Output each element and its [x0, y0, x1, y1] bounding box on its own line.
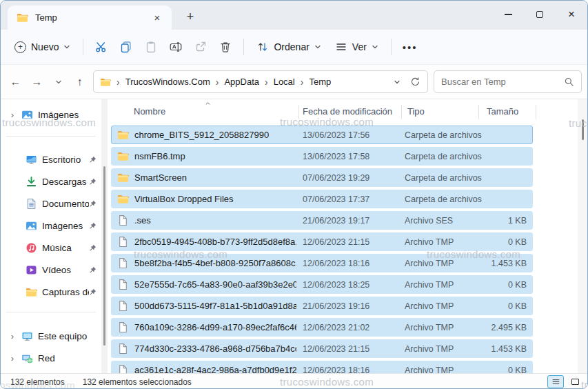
back-button[interactable]: ←	[5, 71, 26, 92]
navigation-bar: ← → ↑ › TrucosWindows.Com › AppData › Lo…	[1, 65, 587, 99]
file-type: Carpeta de archivos	[405, 173, 482, 183]
address-dropdown-chevron-icon[interactable]	[394, 79, 401, 86]
sidebar-item-label: Capturas de p	[42, 287, 89, 297]
folder-icon	[26, 286, 37, 298]
sidebar-item-descargas[interactable]: Descargas	[1, 171, 101, 192]
file-date: 13/06/2023 17:58	[303, 152, 369, 161]
tab-close-icon[interactable]: ×	[150, 10, 165, 26]
file-icon	[117, 300, 129, 312]
table-row[interactable]: 500dd673-5115-49f7-81a1-5b1d0a91d8a5... …	[111, 297, 533, 315]
address-bar[interactable]: › TrucosWindows.Com › AppData › Local › …	[93, 70, 428, 93]
file-name: SmartScreen	[134, 172, 187, 183]
file-name: VirtualBox Dropped Files	[134, 194, 234, 204]
file-size: 0 KB	[508, 280, 527, 290]
sidebar-item-videos[interactable]: Vídeos	[1, 259, 101, 280]
minimize-button[interactable]	[492, 1, 524, 28]
search-input[interactable]	[441, 77, 564, 87]
table-row[interactable]: 774d330c-2333-4786-a968-d756ba7b4cca... …	[111, 339, 533, 358]
large-icons-view-button[interactable]	[567, 375, 583, 388]
file-name: 500dd673-5115-49f7-81a1-5b1d0a91d8a5...	[134, 301, 296, 311]
file-name: 774d330c-2333-4786-a968-d756ba7b4cca...	[134, 343, 296, 354]
table-row[interactable]: 2fbc0519-4945-408b-b773-9ff2d5d8ef8a.t..…	[111, 232, 533, 251]
maximize-icon	[536, 11, 543, 18]
sidebar: › Imágenes Escritorio Descargas Document…	[1, 99, 101, 373]
file-type: Archivo TMP	[405, 344, 454, 354]
ordenar-button[interactable]: Ordenar	[250, 37, 327, 57]
sidebar-item-documentos[interactable]: Documentos	[1, 193, 101, 214]
recent-locations-button[interactable]	[48, 71, 69, 92]
file-date: 21/06/2023 19:16	[303, 301, 369, 311]
sidebar-scrollbar[interactable]	[101, 99, 108, 373]
sidebar-item-escritorio[interactable]: Escritorio	[1, 149, 101, 170]
file-type: Archivo TMP	[405, 259, 454, 268]
expander-chevron-icon[interactable]: ›	[6, 110, 19, 120]
table-row[interactable]: 760a109c-3286-4d99-a170-89ec2faf6c46.t..…	[111, 318, 533, 337]
close-button[interactable]: ×	[556, 1, 587, 28]
copy-button[interactable]	[114, 35, 139, 59]
sidebar-item-label: Imágenes	[38, 110, 101, 120]
table-row[interactable]: chrome_BITS_5912_2058827990 13/06/2023 1…	[111, 126, 533, 144]
sidebar-item-capturas[interactable]: Capturas de p	[1, 281, 101, 302]
table-row[interactable]: 5be8f2ba-f4b5-4bef-b808-9250f7a8608c.t..…	[111, 254, 533, 272]
sidebar-item-imagenes[interactable]: Imágenes	[1, 215, 101, 236]
share-icon	[194, 41, 207, 53]
table-row[interactable]: SmartScreen 07/06/2023 19:29 Carpeta de …	[111, 168, 533, 187]
breadcrumb-item[interactable]: Temp	[309, 77, 331, 87]
downloads-icon	[26, 176, 37, 188]
sidebar-item-label: Red	[38, 353, 101, 363]
file-icon	[117, 279, 129, 290]
file-icon	[117, 321, 129, 333]
scrollbar-thumb[interactable]	[103, 166, 105, 346]
more-options-button[interactable]: •••	[397, 41, 423, 53]
table-row[interactable]: nsmFB6.tmp 13/06/2023 17:58 Carpeta de a…	[111, 147, 533, 166]
search-icon[interactable]	[564, 77, 574, 87]
file-date: 12/06/2023 21:02	[303, 323, 369, 332]
share-button[interactable]	[188, 35, 213, 59]
table-row[interactable]: ac361e1c-a28f-4ac2-986a-a7dfb0d9e1f2.t..…	[111, 361, 533, 373]
folder-icon	[17, 12, 28, 23]
details-view-button[interactable]	[547, 375, 564, 388]
breadcrumb-item[interactable]: TrucosWindows.Com	[125, 77, 210, 87]
file-date: 12/06/2023 18:25	[303, 280, 369, 290]
table-row[interactable]: VirtualBox Dropped Files 07/06/2023 17:3…	[111, 190, 533, 208]
close-icon: ×	[568, 8, 575, 21]
table-row[interactable]: 52e7555d-7c65-4a83-90e0-aaf39b3e2e0f.t..…	[111, 275, 533, 294]
expander-chevron-icon[interactable]: ›	[6, 331, 19, 341]
rename-button[interactable]	[163, 35, 188, 59]
forward-button[interactable]: →	[26, 71, 48, 92]
up-button[interactable]: ↑	[69, 71, 90, 92]
sidebar-item-imagenes-top[interactable]: › Imágenes	[1, 104, 101, 125]
list-scrollbar[interactable]	[578, 99, 587, 373]
pin-icon	[89, 266, 97, 274]
file-name: ac361e1c-a28f-4ac2-986a-a7dfb0d9e1f2.t..…	[134, 365, 296, 373]
paste-button[interactable]	[139, 35, 163, 59]
maximize-button[interactable]	[524, 1, 556, 28]
expander-chevron-icon[interactable]: ›	[6, 353, 19, 363]
sidebar-item-red[interactable]: › Red	[1, 348, 101, 368]
nuevo-button[interactable]: + Nuevo	[8, 37, 77, 57]
ver-button[interactable]: Ver	[328, 37, 385, 57]
breadcrumb-item[interactable]: Local	[274, 77, 295, 87]
sidebar-item-label: Documentos	[42, 199, 89, 209]
scrollbar-thumb[interactable]	[582, 119, 584, 140]
sidebar-item-este-equipo[interactable]: › Este equipo	[1, 326, 101, 346]
pictures-icon	[21, 109, 33, 121]
refresh-icon[interactable]	[410, 77, 420, 87]
documents-icon	[26, 198, 37, 210]
nuevo-label: Nuevo	[31, 41, 59, 52]
tab-temp[interactable]: Temp ×	[8, 6, 172, 30]
file-icon	[117, 364, 129, 373]
breadcrumb-item[interactable]: AppData	[224, 77, 259, 87]
file-rows: chrome_BITS_5912_2058827990 13/06/2023 1…	[108, 99, 578, 373]
pin-icon	[89, 178, 97, 186]
delete-button[interactable]	[213, 35, 238, 59]
new-tab-button[interactable]: +	[181, 8, 199, 26]
table-row[interactable]: .ses 21/06/2023 19:17 Archivo SES 1 KB	[111, 211, 533, 230]
breadcrumb-separator: ›	[114, 77, 123, 88]
sidebar-item-label: Escritorio	[42, 154, 89, 165]
breadcrumb-separator: ›	[213, 77, 222, 88]
sidebar-item-label: Este equipo	[38, 331, 101, 341]
sidebar-item-musica[interactable]: Música	[1, 237, 101, 258]
cut-button[interactable]	[89, 35, 114, 59]
file-size: 1.453 KB	[491, 344, 527, 354]
